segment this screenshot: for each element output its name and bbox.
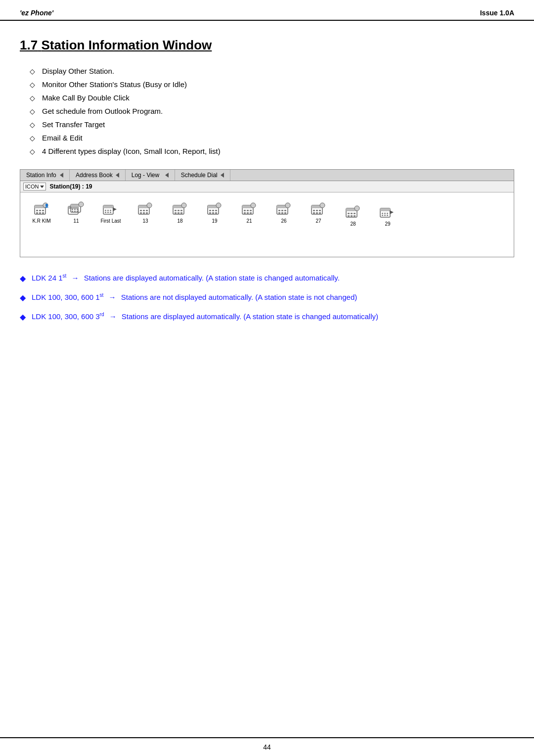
station-icon-21[interactable]: 21 (234, 200, 265, 249)
diamond-icon-1: ◆ (20, 273, 26, 284)
svg-rect-32 (143, 210, 145, 211)
feature-text: Get schedule from Outlook Program. (42, 107, 163, 115)
tab-station-info-label: Station Info (26, 172, 56, 179)
info-bullets: ◆ LDK 24 1st → Stations are displayed au… (20, 272, 514, 323)
svg-rect-22 (103, 205, 113, 208)
info-bullet-1: ◆ LDK 24 1st → Stations are displayed au… (20, 272, 514, 284)
svg-rect-42 (180, 210, 182, 211)
station-icon-krkim[interactable]: 👤 K.R KIM (26, 200, 57, 249)
svg-rect-25 (110, 210, 111, 211)
svg-rect-14 (72, 209, 73, 210)
info-bullet-3: ◆ LDK 100, 300, 600 3rd → Stations are d… (20, 311, 514, 323)
tab-schedule-dial[interactable]: Schedule Dial (175, 170, 230, 181)
svg-point-64 (251, 203, 256, 208)
svg-rect-2 (36, 210, 38, 211)
station-icon-11[interactable]: 11 (61, 200, 91, 249)
feature-item: ◇Get schedule from Outlook Program. (30, 107, 514, 115)
station-icon-13[interactable]: 13 (130, 200, 161, 249)
feature-text: 4 Different types display (Icon, Small I… (42, 147, 221, 155)
svg-text:👤: 👤 (44, 203, 49, 208)
footer: 44 (0, 737, 534, 756)
phone-multi-icon (67, 200, 85, 218)
tab-address-book[interactable]: Address Book (70, 170, 126, 181)
view-mode-label: ICON (25, 184, 39, 189)
svg-rect-63 (250, 212, 252, 214)
svg-rect-36 (146, 212, 148, 214)
tab-log-view[interactable]: Log - View (126, 170, 175, 181)
station-icon-29[interactable]: 29 (372, 203, 403, 249)
phone-normal-icon-28 (344, 203, 362, 221)
svg-rect-43 (175, 212, 177, 214)
svg-rect-59 (247, 210, 249, 211)
svg-rect-88 (348, 215, 350, 217)
svg-rect-80 (316, 212, 318, 214)
info-bullet-2: ◆ LDK 100, 300, 600 1st → Stations are n… (20, 291, 514, 304)
station-icon-18[interactable]: 18 (165, 200, 195, 249)
station-icon-label-19: 19 (212, 218, 217, 224)
header-right: Issue 1.0A (480, 9, 514, 17)
svg-rect-5 (36, 212, 38, 214)
svg-rect-18 (74, 211, 76, 212)
feature-item: ◇4 Different types display (Icon, Small … (30, 147, 514, 155)
svg-rect-98 (384, 215, 386, 216)
svg-rect-68 (281, 210, 283, 211)
diamond-icon: ◇ (30, 81, 35, 89)
svg-rect-34 (140, 212, 142, 214)
svg-rect-71 (281, 212, 283, 214)
view-mode-select[interactable]: ICON (23, 183, 46, 190)
phone-normal-icon-18 (171, 200, 189, 218)
svg-rect-31 (140, 210, 142, 211)
svg-point-46 (181, 203, 186, 208)
station-icon-28[interactable]: 28 (338, 203, 368, 249)
feature-item: ◇Make Call By Double Click (30, 94, 514, 102)
phone-normal-icon-19 (206, 200, 223, 218)
station-tabs: Station Info Address Book Log - View (20, 170, 514, 181)
svg-rect-89 (351, 215, 353, 217)
station-icon-label-13: 13 (142, 218, 148, 224)
svg-rect-67 (278, 210, 280, 211)
svg-rect-51 (215, 210, 217, 211)
svg-rect-7 (42, 212, 44, 214)
header: 'ez Phone' Issue 1.0A (0, 0, 534, 21)
station-icon-26[interactable]: 26 (268, 200, 299, 249)
svg-rect-86 (351, 213, 353, 214)
diamond-icon: ◇ (30, 67, 35, 75)
svg-rect-77 (316, 210, 318, 211)
svg-rect-81 (319, 212, 321, 214)
svg-rect-41 (178, 210, 179, 211)
svg-rect-28 (110, 212, 111, 213)
svg-rect-44 (178, 212, 179, 214)
svg-rect-99 (387, 215, 388, 216)
station-icon-label-21: 21 (246, 218, 252, 224)
svg-point-91 (355, 206, 359, 211)
station-toolbar: ICON Station(19) : 19 (20, 181, 514, 192)
main-content: 1.7 Station Information Window ◇Display … (0, 21, 534, 360)
station-icon-firstlast[interactable]: First Last (95, 200, 126, 249)
svg-rect-97 (382, 215, 383, 216)
phone-forward-icon-29 (379, 203, 397, 221)
svg-rect-23 (105, 210, 106, 211)
svg-rect-93 (380, 208, 390, 211)
tab-station-info[interactable]: Station Info (20, 170, 70, 181)
svg-point-73 (285, 203, 290, 208)
feature-text: Email & Edit (42, 134, 83, 142)
phone-normal-icon-21 (240, 200, 258, 218)
feature-text: Monitor Other Station's Status (Busy or … (42, 80, 187, 89)
diamond-icon-3: ◆ (20, 311, 26, 323)
svg-rect-35 (143, 212, 145, 214)
diamond-icon-2: ◆ (20, 292, 26, 304)
bullet-text-1: LDK 24 1st → Stations are displayed auto… (32, 272, 340, 284)
svg-rect-72 (284, 212, 286, 214)
svg-rect-94 (382, 213, 383, 214)
phone-normal-icon-27 (310, 200, 327, 218)
svg-rect-78 (319, 210, 321, 211)
svg-rect-87 (354, 213, 356, 214)
station-icon-19[interactable]: 19 (199, 200, 230, 249)
svg-rect-24 (107, 210, 109, 211)
svg-rect-17 (72, 211, 73, 212)
feature-item: ◇Monitor Other Station's Status (Busy or… (30, 80, 514, 89)
station-icon-label: K.R KIM (32, 218, 50, 224)
feature-item: ◇Set Transfer Target (30, 120, 514, 129)
svg-rect-79 (313, 212, 315, 214)
station-icon-27[interactable]: 27 (303, 200, 334, 249)
